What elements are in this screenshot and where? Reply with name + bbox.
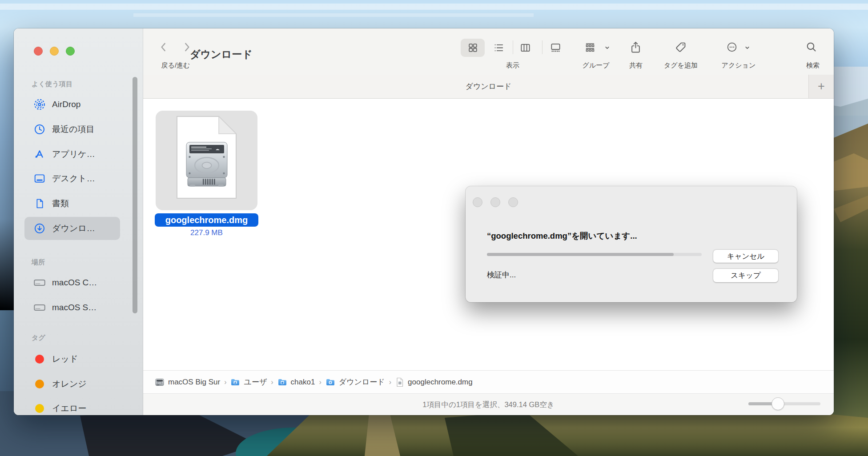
tag-orange-dot <box>32 377 46 391</box>
skip-button[interactable]: スキップ <box>713 269 778 282</box>
pathbar-item-users[interactable]: ユーザ <box>230 377 267 387</box>
view-gallery-icon[interactable] <box>550 42 561 53</box>
sidebar-item-recents[interactable]: 最近の項目 <box>24 120 120 138</box>
sidebar-header-locations: 場所 <box>32 258 45 267</box>
sidebar-item-airdrop[interactable]: AirDrop <box>24 96 120 113</box>
sidebar-header-tags: タグ <box>32 334 45 342</box>
tag-red-dot <box>32 352 46 366</box>
add-tag-label: タグを追加 <box>654 61 707 70</box>
view-columns-icon[interactable] <box>519 42 531 53</box>
window-title: ダウンロード <box>190 48 253 61</box>
desktop-icon <box>32 172 46 185</box>
sidebar-header-favorites: よく使う項目 <box>32 80 72 88</box>
download-icon <box>32 222 46 235</box>
traffic-light-minimize-button[interactable] <box>50 47 59 56</box>
back-button[interactable] <box>157 41 170 53</box>
pathbar-separator: › <box>315 378 325 386</box>
sidebar-item-tag-yellow[interactable]: イエロー <box>24 400 120 415</box>
dialog-progress-fill <box>487 253 674 256</box>
pathbar-item-file[interactable]: googlechrome.dmg <box>395 377 473 387</box>
view-grid-icon[interactable] <box>467 42 478 53</box>
action-label: アクション <box>712 61 765 70</box>
sidebar-scrollbar[interactable] <box>133 77 137 313</box>
pathbar-separator: › <box>385 378 395 386</box>
dmg-file-icon <box>174 115 239 200</box>
chevron-down-icon[interactable] <box>744 45 750 51</box>
pathbar-separator: › <box>267 378 277 386</box>
tab-bar: ダウンロード + <box>143 75 834 99</box>
pathbar-item-home[interactable]: chako1 <box>277 377 315 387</box>
sidebar-item-tag-red[interactable]: レッド <box>24 350 120 368</box>
pathbar-separator: › <box>220 378 230 386</box>
new-tab-button[interactable]: + <box>808 75 834 98</box>
tag-yellow-dot <box>32 402 46 415</box>
sidebar-item-documents[interactable]: 書類 <box>24 195 120 212</box>
dialog-status-text: 検証中... <box>487 270 516 280</box>
traffic-light-close-button[interactable] <box>34 47 43 56</box>
search-icon[interactable] <box>805 40 817 53</box>
share-icon[interactable] <box>629 40 642 54</box>
status-summary: 1項目中の1項目を選択、349.14 GB空き <box>143 394 834 415</box>
pathbar-item-volume[interactable]: macOS Big Sur <box>155 377 220 387</box>
back-forward-label: 戻る/進む <box>151 61 200 70</box>
toolbar-separator <box>542 40 542 54</box>
sidebar-item-desktop[interactable]: デスクト… <box>24 170 120 188</box>
folder-icon <box>277 377 287 387</box>
group-icon[interactable] <box>584 41 596 53</box>
file-icon-small <box>395 377 404 387</box>
document-icon <box>32 197 46 210</box>
dialog-minimize-button[interactable] <box>490 197 500 207</box>
hdd-icon <box>155 377 165 387</box>
folder-icon <box>230 377 240 387</box>
view-label: 表示 <box>495 61 530 70</box>
file-dmg-tile[interactable] <box>156 111 257 210</box>
dialog-title: “googlechrome.dmg”を開いています... <box>487 230 637 241</box>
add-tag-icon[interactable] <box>674 41 687 53</box>
sidebar-item-macos-c[interactable]: macOS C… <box>24 274 120 292</box>
icon-size-slider[interactable] <box>748 402 820 405</box>
drive-icon <box>32 301 46 314</box>
status-bar: 1項目中の1項目を選択、349.14 GB空き <box>143 393 834 415</box>
traffic-light-zoom-button[interactable] <box>66 47 75 56</box>
airdrop-icon <box>32 98 46 111</box>
folder-icon <box>326 377 335 387</box>
desktop: { "window": { "title": "ダウンロード", "back_f… <box>0 0 868 456</box>
icon-size-slider-fill <box>748 402 773 405</box>
toolbar: 戻る/進む ダウンロード <box>143 28 834 75</box>
sidebar-item-macos-s[interactable]: macOS S… <box>24 299 120 316</box>
share-label: 共有 <box>614 61 658 70</box>
clock-icon <box>32 123 46 136</box>
chevron-down-icon[interactable] <box>604 45 610 51</box>
plus-icon: + <box>818 80 825 93</box>
toolbar-separator <box>513 40 513 54</box>
dialog-zoom-button[interactable] <box>508 197 518 207</box>
file-size-label: 227.9 MB <box>155 228 258 237</box>
search-label: 検索 <box>795 61 831 70</box>
sidebar-item-applications[interactable]: アプリケ… <box>24 145 120 163</box>
file-name-label[interactable]: googlechrome.dmg <box>155 213 258 227</box>
drive-icon <box>32 276 46 289</box>
sidebar-item-downloads[interactable]: ダウンロ… <box>24 220 120 237</box>
cancel-button[interactable]: キャンセル <box>713 250 778 263</box>
appstore-icon <box>32 148 46 161</box>
opening-dmg-dialog: “googlechrome.dmg”を開いています... キャンセル 検証中..… <box>466 186 797 302</box>
icon-size-slider-thumb[interactable] <box>772 397 784 410</box>
path-bar: macOS Big Sur › ユーザ › chako1 <box>143 370 834 393</box>
dialog-close-button[interactable] <box>473 197 482 207</box>
action-icon[interactable] <box>726 41 738 53</box>
tab-downloads[interactable]: ダウンロード <box>143 75 834 98</box>
pathbar-item-downloads[interactable]: ダウンロード <box>326 377 385 387</box>
sidebar-item-tag-orange[interactable]: オレンジ <box>24 375 120 393</box>
sidebar: よく使う項目 AirDrop 最近の項目 アプリケ… <box>14 28 143 415</box>
view-list-icon[interactable] <box>493 42 504 53</box>
progress-bar <box>487 253 702 256</box>
